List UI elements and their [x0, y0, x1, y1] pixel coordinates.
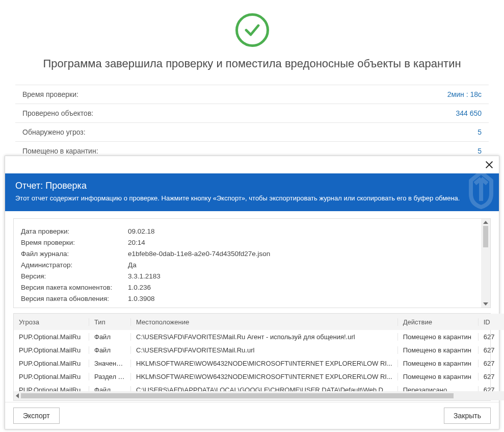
grid-body: PUP.Optional.MailRu Файл C:\USERS\AFD\FA… — [14, 330, 504, 391]
cell-location: C:\USERS\AFD\FAVORITES\Mail.Ru Агент - и… — [131, 333, 398, 341]
meta-row: Дата проверки:09.02.18 — [21, 226, 474, 237]
summary-row-scan-time: Время проверки: 2мин : 18с — [15, 85, 489, 104]
cell-threat: PUP.Optional.MailRu — [14, 333, 89, 341]
cell-action: Помещено в карантин — [398, 373, 479, 380]
cell-location: HKLM\SOFTWARE\WOW6432NODE\MICROSOFT\INTE… — [131, 373, 398, 380]
meta-label: Администратор: — [21, 260, 123, 271]
col-header-location[interactable]: Местоположение — [131, 318, 398, 326]
meta-value: 1.0.236 — [128, 282, 151, 293]
chevron-up-icon[interactable] — [483, 221, 488, 224]
cell-threat: PUP.Optional.MailRu — [14, 346, 89, 354]
report-footer: Экспорт Закрыть — [5, 402, 499, 429]
scan-results-panel: Программа завершила проверку и поместила… — [0, 0, 504, 160]
grid-header: Угроза Тип Местоположение Действие ID — [14, 314, 504, 330]
report-subtitle: Этот отчет содержит информацию о проверк… — [15, 194, 489, 202]
meta-label: Версия пакета обновления: — [21, 293, 123, 304]
report-body: Дата проверки:09.02.18 Время проверки:20… — [5, 211, 499, 402]
grid-h-scrollbar[interactable] — [14, 391, 504, 400]
meta-row: Файл журнала:e1bfeb8e-0dab-11e8-a2e0-74d… — [21, 248, 474, 260]
table-row[interactable]: PUP.Optional.MailRu Раздел р... HKLM\SOF… — [14, 370, 504, 383]
cell-action: Помещено в карантин — [398, 346, 479, 354]
summary-value: 2мин : 18с — [447, 90, 482, 98]
report-modal: Отчет: Проверка Этот отчет содержит инфо… — [5, 156, 499, 429]
report-meta-frame: Дата проверки:09.02.18 Время проверки:20… — [13, 218, 491, 308]
brand-watermark-icon — [453, 173, 499, 209]
col-header-type[interactable]: Тип — [89, 318, 131, 326]
scrollbar-track[interactable] — [21, 393, 502, 398]
cell-threat: PUP.Optional.MailRu — [14, 360, 89, 367]
meta-label: Файл журнала: — [21, 248, 123, 260]
cell-id: 627 — [479, 346, 504, 354]
report-title: Отчет: Проверка — [15, 181, 489, 191]
meta-value: 09.02.18 — [128, 226, 155, 237]
summary-label: Обнаружено угроз: — [22, 128, 86, 136]
cell-threat: PUP.Optional.MailRu — [14, 386, 89, 392]
summary-label: Проверено объектов: — [22, 109, 93, 117]
chevron-down-icon[interactable] — [483, 302, 488, 306]
meta-scrollbar[interactable] — [481, 219, 490, 308]
summary-row-objects: Проверено объектов: 344 650 — [15, 104, 489, 122]
cell-id: 627 — [479, 373, 504, 380]
cell-action: Помещено в карантин — [398, 360, 479, 367]
meta-row: Администратор:Да — [21, 260, 474, 271]
close-button[interactable]: Закрыть — [444, 408, 491, 424]
meta-label: Время проверки: — [21, 237, 123, 248]
cell-type: Раздел р... — [89, 373, 131, 380]
meta-value: 1.0.3908 — [128, 293, 155, 304]
cell-action: Помещено в карантин — [398, 333, 479, 341]
meta-row: Версия пакета обновления:1.0.3908 — [21, 293, 474, 304]
cell-type: Значени... — [89, 360, 131, 367]
modal-titlebar — [5, 156, 499, 173]
table-row[interactable]: PUP.Optional.MailRu Файл C:\USERS\AFD\FA… — [14, 330, 504, 343]
meta-row: Версия пакета компонентов:1.0.236 — [21, 282, 474, 293]
col-header-id[interactable]: ID — [479, 318, 504, 326]
cell-id: 627 — [479, 333, 504, 341]
col-header-threat[interactable]: Угроза — [14, 318, 89, 326]
grid-main: Угроза Тип Местоположение Действие ID PU… — [14, 314, 504, 400]
cell-type: Файл — [89, 386, 131, 392]
success-icon-wrap — [15, 5, 489, 50]
meta-label: Дата проверки: — [21, 226, 123, 237]
chevron-left-icon[interactable] — [16, 393, 19, 398]
results-headline: Программа завершила проверку и поместила… — [15, 57, 489, 70]
report-meta: Дата проверки:09.02.18 Время проверки:20… — [14, 219, 481, 308]
summary-value: 5 — [478, 128, 482, 136]
col-header-action[interactable]: Действие — [398, 318, 479, 326]
cell-location: C:\USERS\AFD\FAVORITES\Mail.Ru.url — [131, 346, 398, 354]
meta-label: Версия пакета компонентов: — [21, 282, 123, 293]
table-row[interactable]: PUP.Optional.MailRu Файл C:\USERS\AFD\AP… — [14, 383, 504, 391]
meta-value: e1bfeb8e-0dab-11e8-a2e0-74d4350fd27e.jso… — [128, 248, 270, 260]
cell-type: Файл — [89, 346, 131, 354]
threats-grid: Угроза Тип Местоположение Действие ID PU… — [13, 313, 491, 401]
summary-label: Время проверки: — [22, 90, 78, 98]
table-row[interactable]: PUP.Optional.MailRu Значени... HKLM\SOFT… — [14, 357, 504, 370]
cell-type: Файл — [89, 333, 131, 341]
meta-value: 3.3.1.2183 — [128, 271, 161, 282]
cell-location: HKLM\SOFTWARE\WOW6432NODE\MICROSOFT\INTE… — [131, 360, 398, 367]
table-row[interactable]: PUP.Optional.MailRu Файл C:\USERS\AFD\FA… — [14, 343, 504, 357]
summary-value: 5 — [478, 147, 482, 155]
cell-threat: PUP.Optional.MailRu — [14, 373, 89, 380]
report-header: Отчет: Проверка Этот отчет содержит инфо… — [5, 173, 499, 211]
meta-value: 20:14 — [128, 237, 145, 248]
meta-row: Время проверки:20:14 — [21, 237, 474, 248]
export-button[interactable]: Экспорт — [13, 408, 60, 424]
cell-id: 627 — [479, 386, 504, 392]
cell-id: 627 — [479, 360, 504, 367]
close-icon[interactable] — [485, 160, 494, 169]
meta-row: Версия:3.3.1.2183 — [21, 271, 474, 282]
summary-label: Помещено в карантин: — [22, 147, 98, 155]
summary-value: 344 650 — [456, 109, 482, 117]
summary-row-threats: Обнаружено угроз: 5 — [15, 122, 489, 141]
cell-location: C:\USERS\AFD\APPDATA\LOCAL\GOOGLE\CHROME… — [131, 386, 398, 392]
checkmark-circle-icon — [235, 13, 269, 47]
cell-action: Перезаписано — [398, 386, 479, 392]
meta-value: Да — [128, 260, 137, 271]
scrollbar-thumb[interactable] — [21, 393, 454, 398]
meta-label: Версия: — [21, 271, 123, 282]
scrollbar-thumb[interactable] — [483, 226, 488, 247]
